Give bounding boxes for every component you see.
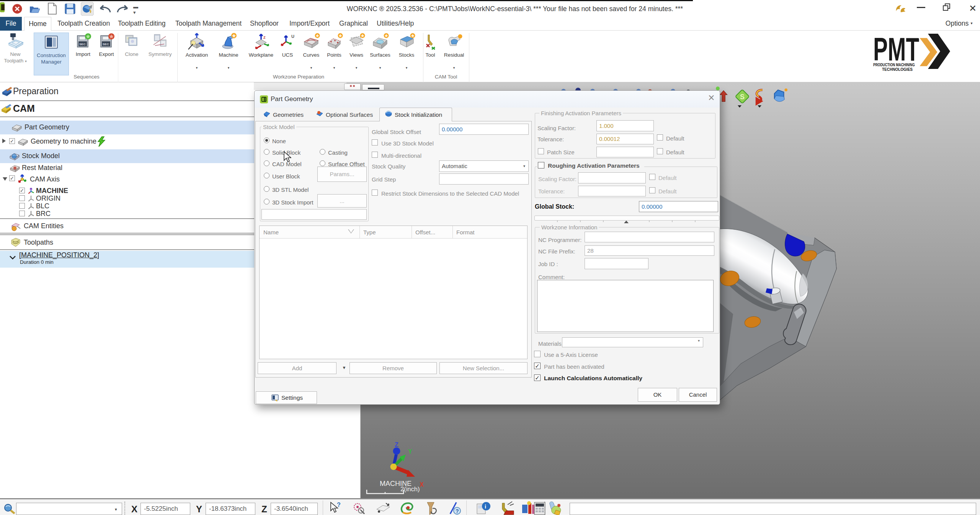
- svg-text:SEC: SEC: [103, 43, 109, 46]
- svg-text:?: ?: [337, 502, 341, 508]
- svg-text:i: i: [485, 503, 486, 510]
- svg-text:S: S: [740, 93, 745, 101]
- svg-text:Z: Z: [263, 36, 266, 39]
- svg-text:Y: Y: [408, 448, 412, 455]
- svg-text:X: X: [420, 481, 424, 488]
- svg-text:U: U: [291, 34, 294, 39]
- svg-text:?: ?: [456, 508, 459, 514]
- svg-text:SEC: SEC: [79, 43, 86, 46]
- svg-text:Z: Z: [395, 441, 399, 448]
